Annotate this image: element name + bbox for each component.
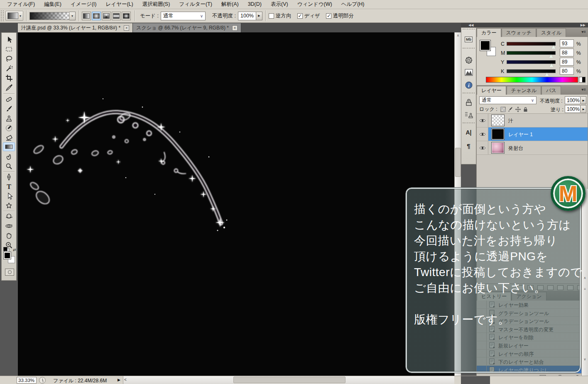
yellow-slider-thumb[interactable]: [549, 64, 554, 67]
dodge-tool-icon[interactable]: [3, 162, 15, 171]
lock-transparency-icon[interactable]: [500, 106, 506, 113]
smudge-tool-icon[interactable]: [3, 152, 15, 161]
menu-edit[interactable]: 編集(E): [39, 0, 66, 9]
color-swatch-pair[interactable]: [480, 40, 497, 58]
scroll-down-icon[interactable]: ∨: [582, 291, 588, 361]
eraser-tool-icon[interactable]: [3, 133, 15, 142]
swap-colors-icon[interactable]: ⇄: [13, 248, 16, 252]
reverse-checkbox[interactable]: [269, 13, 274, 19]
brush-presets-icon[interactable]: [463, 98, 474, 108]
tab-paths[interactable]: パス: [541, 86, 561, 95]
3d-orbit-tool-icon[interactable]: [3, 222, 15, 230]
mini-bridge-icon[interactable]: Mb: [463, 34, 474, 44]
move-tool-icon[interactable]: [3, 35, 15, 44]
menu-view[interactable]: 表示(V): [266, 0, 293, 9]
menu-help[interactable]: ヘルプ(H): [337, 0, 369, 9]
tab-styles[interactable]: スタイル: [537, 28, 566, 37]
lock-all-icon[interactable]: [522, 106, 529, 113]
zoom-level-input[interactable]: 33.33%: [17, 377, 37, 384]
black-value-input[interactable]: 80: [560, 67, 574, 75]
gradient-preview[interactable]: [29, 12, 69, 20]
tab-color[interactable]: カラー: [477, 28, 501, 37]
menu-3d[interactable]: 3D(D): [243, 0, 266, 9]
tab-layers[interactable]: レイヤー: [477, 86, 506, 95]
histogram-icon[interactable]: [463, 68, 474, 78]
dither-checkbox[interactable]: [297, 13, 303, 19]
path-select-tool-icon[interactable]: [3, 192, 15, 201]
layer-opacity-input[interactable]: 100%: [565, 96, 581, 104]
foreground-color-swatch[interactable]: [480, 40, 490, 51]
menu-filter[interactable]: フィルター(T): [174, 0, 217, 9]
linear-gradient-icon[interactable]: [82, 12, 91, 20]
visibility-eye-icon[interactable]: [477, 114, 488, 127]
layer-row[interactable]: 発射台: [477, 141, 588, 155]
quick-select-tool-icon[interactable]: [3, 64, 15, 73]
default-colors-icon[interactable]: [3, 247, 7, 251]
menu-layer[interactable]: レイヤー(L): [101, 0, 138, 9]
magenta-slider-thumb[interactable]: [549, 54, 553, 58]
marquee-tool-icon[interactable]: [3, 45, 15, 54]
close-icon[interactable]: ×: [124, 25, 129, 31]
tab-channels[interactable]: チャンネル: [507, 86, 541, 95]
hscroll-thumb[interactable]: [233, 377, 345, 383]
menu-window[interactable]: ウィンドウ(W): [293, 0, 337, 9]
black-slider-thumb[interactable]: [545, 73, 549, 76]
healing-brush-tool-icon[interactable]: [3, 95, 15, 104]
cyan-slider-thumb[interactable]: [551, 45, 556, 49]
blend-mode-select[interactable]: 通常 ∨: [161, 12, 206, 20]
diamond-gradient-icon[interactable]: [122, 12, 131, 20]
panel-menu-icon[interactable]: ▾≡: [581, 87, 586, 92]
gradient-picker-arrow[interactable]: ▾: [69, 12, 76, 20]
close-icon[interactable]: ×: [232, 25, 238, 31]
custom-shape-tool-icon[interactable]: [3, 201, 15, 210]
gradient-tool-icon[interactable]: [3, 142, 15, 151]
scroll-up-icon[interactable]: ∧: [455, 32, 461, 39]
layer-row-selected[interactable]: レイヤー 1: [477, 127, 588, 141]
lock-position-icon[interactable]: [515, 106, 521, 113]
cyan-slider[interactable]: [507, 42, 556, 46]
menu-file[interactable]: ファイル(F): [2, 0, 39, 9]
lasso-tool-icon[interactable]: [3, 54, 15, 63]
crop-tool-icon[interactable]: [3, 73, 15, 82]
collapse-panels-icon[interactable]: ◀◀: [468, 23, 473, 27]
yellow-value-input[interactable]: 89: [560, 58, 574, 66]
layer-thumbnail[interactable]: [492, 115, 504, 126]
reflected-gradient-icon[interactable]: [112, 12, 121, 20]
layer-fill-input[interactable]: 100%: [565, 105, 581, 113]
transparency-checkbox[interactable]: [326, 13, 331, 19]
reverse-checkbox-row[interactable]: 逆方向: [269, 12, 292, 20]
color-spectrum-bar[interactable]: [486, 77, 578, 83]
document-canvas[interactable]: [18, 32, 454, 376]
eyedropper-tool-icon[interactable]: [3, 83, 15, 92]
scroll-grip-icon[interactable]: ≡: [582, 280, 588, 291]
layer-row[interactable]: 汁: [477, 114, 588, 127]
magenta-slider[interactable]: [507, 51, 556, 55]
dither-checkbox-row[interactable]: ディザ: [297, 12, 320, 20]
document-tab-active[interactable]: 汁講座.psd @ 33.3% (レイヤー 1, RGB/8#) * ×: [18, 23, 133, 32]
scroll-left-icon[interactable]: <: [124, 377, 127, 382]
menu-image[interactable]: イメージ(I): [66, 0, 101, 9]
status-menu-arrow-icon[interactable]: ▶: [118, 378, 120, 382]
quick-mask-icon[interactable]: [5, 269, 14, 276]
opacity-spinner[interactable]: ▶: [256, 12, 262, 20]
navigator-icon[interactable]: [463, 55, 474, 65]
angle-gradient-icon[interactable]: [102, 12, 111, 20]
opacity-input[interactable]: 100%: [238, 12, 256, 20]
pen-tool-icon[interactable]: [3, 173, 15, 181]
layer-thumbnail[interactable]: [492, 129, 504, 139]
document-tab-inactive[interactable]: スクショ @ 66.7% (レイヤー 9, RGB/8) * ×: [133, 23, 241, 32]
paragraph-panel-icon[interactable]: ¶: [463, 141, 474, 151]
cyan-value-input[interactable]: 93: [560, 39, 574, 47]
visibility-eye-icon[interactable]: [477, 141, 488, 154]
yellow-slider[interactable]: [507, 60, 556, 64]
menu-select[interactable]: 選択範囲(S): [138, 0, 175, 9]
magenta-value-input[interactable]: 88: [560, 49, 574, 56]
clone-source-icon[interactable]: [463, 110, 474, 120]
tab-swatches[interactable]: スウォッチ: [502, 28, 536, 37]
transparency-checkbox-row[interactable]: 透明部分: [326, 12, 354, 20]
menu-analysis[interactable]: 解析(A): [217, 0, 243, 9]
clone-stamp-tool-icon[interactable]: [3, 114, 15, 123]
foreground-color-swatch[interactable]: [4, 252, 11, 259]
layer-fill-spinner[interactable]: ▶: [581, 105, 586, 113]
visibility-eye-icon[interactable]: [477, 127, 488, 141]
